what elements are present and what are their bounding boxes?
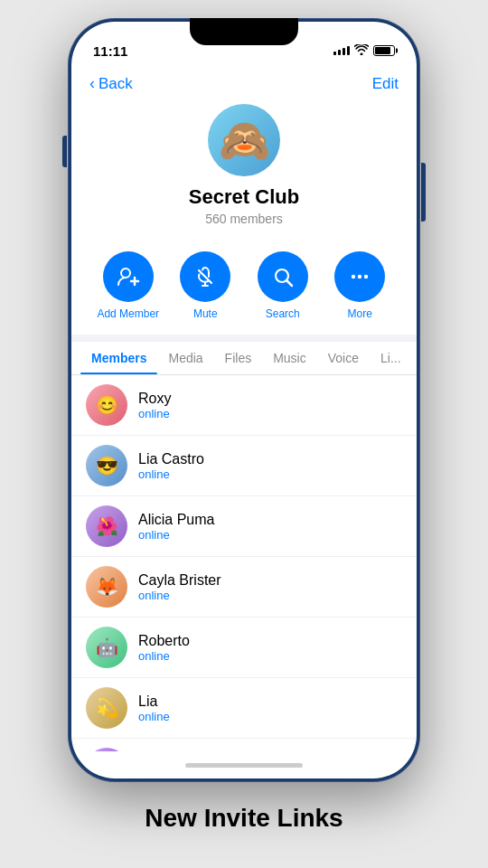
tab-links[interactable]: Li...	[370, 342, 412, 374]
member-info: Alicia Pumaonline	[138, 512, 214, 542]
notch	[190, 18, 298, 45]
member-name: Lia Castro	[138, 451, 204, 467]
home-indicator	[71, 751, 417, 778]
member-row[interactable]: 😎Lia Castroonline	[71, 436, 417, 496]
member-name: Roxy	[138, 391, 171, 407]
svg-line-6	[286, 280, 292, 286]
member-name: Lia	[138, 693, 170, 710]
edit-button[interactable]: Edit	[372, 75, 399, 93]
member-name: Cayla Brister	[138, 572, 221, 589]
member-name: Alicia Puma	[138, 512, 214, 528]
member-avatar: 🦊	[86, 566, 127, 608]
mute-button[interactable]: Mute	[174, 251, 237, 320]
more-icon-circle	[334, 251, 385, 302]
member-status: online	[138, 589, 221, 602]
add-member-button[interactable]: Add Member	[97, 251, 160, 320]
member-row[interactable]: 💫Liaonline	[71, 678, 417, 739]
member-avatar: 🤖	[86, 627, 127, 668]
member-avatar: 😎	[86, 445, 127, 486]
tab-files[interactable]: Files	[214, 342, 263, 374]
status-icons	[333, 43, 395, 58]
member-row[interactable]: 🤖Robertoonline	[71, 618, 417, 678]
tab-voice[interactable]: Voice	[317, 342, 370, 374]
member-info: Robertoonline	[138, 633, 190, 663]
member-info: Lia Castroonline	[138, 451, 204, 481]
member-status: online	[138, 649, 190, 663]
add-member-icon-circle	[103, 251, 154, 302]
member-info: Cayla Bristeronline	[138, 572, 221, 602]
member-row[interactable]: 🌺Alicia Pumaonline	[71, 496, 417, 557]
group-avatar-emoji: 🙈	[219, 116, 270, 165]
svg-point-8	[358, 275, 361, 278]
nav-bar: ‹ Back Edit	[71, 67, 417, 97]
tabs-bar: Members Media Files Music Voice Li...	[71, 342, 417, 375]
section-divider	[71, 335, 417, 342]
member-avatar: 😊	[86, 384, 127, 426]
wifi-icon	[354, 43, 369, 58]
member-avatar: 🌺	[86, 505, 127, 547]
mute-label: Mute	[193, 307, 218, 320]
battery-icon	[373, 45, 395, 56]
mute-icon-circle	[180, 251, 230, 302]
member-status: online	[138, 467, 204, 481]
member-info: Roxyonline	[138, 391, 171, 420]
tab-music[interactable]: Music	[262, 342, 317, 374]
member-status: online	[138, 528, 214, 542]
phone-shell: 11:11	[68, 18, 420, 782]
member-row[interactable]: 😊Roxyonline	[71, 375, 417, 436]
group-members-count: 560 members	[205, 212, 283, 226]
more-label: More	[348, 307, 372, 320]
tab-media[interactable]: Media	[157, 342, 213, 374]
member-status: online	[138, 407, 171, 420]
svg-point-7	[352, 275, 355, 278]
member-row[interactable]: 🌸Ren Xueonline	[71, 739, 417, 751]
phone-screen: 11:11	[71, 22, 417, 778]
back-chevron-icon: ‹	[89, 74, 95, 93]
search-button[interactable]: Search	[251, 251, 314, 320]
add-member-label: Add Member	[97, 307, 159, 320]
tab-members[interactable]: Members	[80, 342, 157, 374]
svg-point-0	[121, 269, 130, 278]
member-info: Liaonline	[138, 693, 170, 723]
page-wrapper: 11:11	[0, 0, 488, 868]
member-row[interactable]: 🦊Cayla Bristeronline	[71, 557, 417, 618]
svg-point-9	[364, 275, 368, 278]
group-name: Secret Club	[189, 185, 299, 209]
status-time: 11:11	[93, 43, 127, 59]
search-icon-circle	[258, 251, 308, 302]
group-avatar: 🙈	[208, 104, 280, 176]
more-button[interactable]: More	[328, 251, 391, 320]
back-label: Back	[99, 75, 133, 93]
members-list: 😊Roxyonline😎Lia Castroonline🌺Alicia Puma…	[71, 375, 417, 751]
search-label: Search	[266, 307, 300, 320]
member-name: Roberto	[138, 633, 190, 649]
signal-icon	[333, 46, 350, 55]
member-status: online	[138, 710, 170, 723]
action-buttons: Add Member Mute	[71, 241, 417, 335]
member-avatar: 💫	[86, 687, 127, 729]
promo-text: New Invite Links	[145, 804, 343, 833]
back-button[interactable]: ‹ Back	[89, 74, 133, 93]
group-header: 🙈 Secret Club 560 members	[71, 97, 417, 241]
